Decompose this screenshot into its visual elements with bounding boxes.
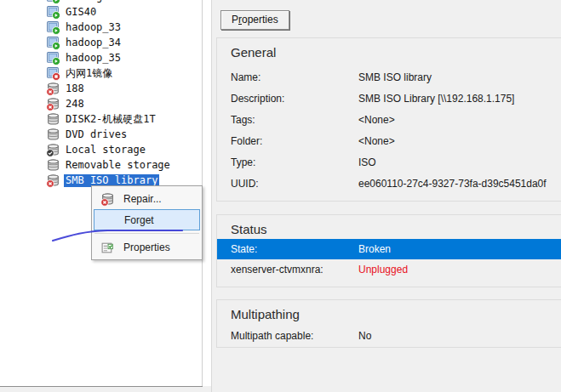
tree-item-Local storage[interactable]: Local storage [0, 142, 202, 157]
property-label: Type: [231, 156, 255, 168]
tree-item-hadoop_34[interactable]: hadoop_34 [0, 35, 202, 50]
menu-item-label: Repair... [123, 193, 162, 205]
section-multipathing: MultipathingMultipath capable:No [216, 299, 561, 348]
tree-item-label: —illegible— [64, 0, 135, 3]
tree-item-label: DISK2-机械硬盘1T [64, 113, 157, 126]
section-status: StatusState:Brokenxenserver-ctvmxnra:Unp… [216, 214, 561, 287]
tree-item-DISK2-机械硬盘1T[interactable]: DISK2-机械硬盘1T [0, 111, 202, 127]
tree-item-Removable storage[interactable]: Removable storage [0, 157, 202, 173]
storage-default-icon [46, 143, 60, 156]
property-label: UUID: [231, 178, 259, 190]
section-title: Status [217, 215, 561, 239]
property-row-name-: Name:SMB ISO library [217, 67, 561, 88]
property-row-tags-: Tags:<None> [217, 110, 561, 131]
tree-item-GIS40[interactable]: GIS40 [0, 4, 202, 20]
property-label: Folder: [231, 135, 262, 147]
vm-stopped-icon [46, 66, 60, 80]
tree-item-DVD drives[interactable]: DVD drives [0, 127, 202, 142]
property-label: Tags: [231, 114, 255, 126]
tree-item-label: Local storage [64, 144, 147, 156]
tree-item-内网1镜像[interactable]: 内网1镜像 [0, 65, 202, 81]
property-label: Description: [231, 93, 284, 105]
property-row-state-[interactable]: State:Broken [217, 239, 561, 259]
section-title: General [217, 38, 561, 67]
vm-running-icon [46, 0, 60, 3]
property-value: <None> [358, 131, 395, 152]
storage-icon [46, 128, 60, 141]
section-general: GeneralName:SMB ISO libraryDescription:S… [216, 37, 561, 202]
tree-item-label: Removable storage [64, 159, 172, 172]
tree-item-label: hadoop_33 [64, 21, 123, 34]
property-value: ee060110-27c4-9327-73fa-d39c5451da0f [358, 173, 547, 195]
storage-icon [46, 112, 60, 126]
tree-item-hadoop_35[interactable]: hadoop_35 [0, 50, 202, 65]
property-value: ISO [358, 152, 376, 173]
property-value: <None> [358, 110, 395, 131]
tree-panel-bottom-border [0, 386, 203, 387]
property-row-folder-: Folder:<None> [217, 131, 561, 152]
tree-item-label: 188 [64, 82, 86, 95]
sr-details-pane: Properties GeneralName:SMB ISO libraryDe… [211, 0, 561, 392]
menu-item-properties[interactable]: Properties [94, 236, 200, 258]
sr-context-menu: Repair...ForgetProperties [91, 185, 203, 260]
property-row-xenserver-ctvmxnra-[interactable]: xenserver-ctvmxnra:Unplugged [217, 259, 561, 281]
tree-item-hadoop_33[interactable]: hadoop_33 [0, 20, 202, 35]
tree-item-188[interactable]: 188 [0, 81, 202, 96]
storage-broken-icon [46, 173, 60, 187]
menu-item-forget[interactable]: Forget [94, 209, 200, 230]
tree-item-label: 248 [64, 98, 86, 111]
tree-rows: —illegible—GIS40hadoop_33hadoop_34hadoop… [0, 0, 202, 188]
xencenter-window: —illegible—GIS40hadoop_33hadoop_34hadoop… [0, 0, 561, 392]
properties-button[interactable]: Properties [220, 10, 289, 30]
tree-item-label: DVD drives [64, 128, 129, 141]
menu-item-label: Properties [123, 241, 170, 253]
tree-item-label: hadoop_34 [64, 37, 123, 49]
properties-button-label: Properties [232, 14, 278, 26]
property-row-type-: Type:ISO [217, 152, 561, 173]
vm-running-icon [46, 36, 60, 49]
property-label: xenserver-ctvmxnra: [231, 264, 323, 276]
section-title: Multipathing [217, 300, 561, 326]
tree-item-label: 内网1镜像 [64, 67, 114, 80]
property-label: State: [231, 243, 257, 255]
property-label: Name: [231, 71, 260, 83]
property-row-multipath-capable-: Multipath capable:No [217, 326, 561, 347]
storage-broken-icon [46, 97, 60, 111]
vm-running-icon [46, 20, 60, 34]
menu-separator [94, 233, 199, 234]
menu-icon-placeholder [101, 213, 116, 227]
properties-icon [100, 241, 115, 254]
tree-item-label: hadoop_35 [64, 52, 123, 65]
storage-broken-icon [46, 82, 60, 95]
property-value: Broken [358, 239, 391, 259]
storage-broken-icon [100, 192, 115, 206]
vm-running-icon [46, 51, 60, 65]
property-value: SMB ISO library [358, 67, 432, 88]
property-label: Multipath capable: [231, 330, 313, 342]
vm-running-icon [46, 5, 60, 19]
panel-splitter[interactable] [203, 0, 211, 386]
property-row-description-: Description:SMB ISO Library [\\192.168.1… [217, 88, 561, 110]
menu-item-label: Forget [124, 214, 154, 226]
property-value: Unplugged [358, 259, 408, 281]
tree-item-label: GIS40 [64, 6, 98, 19]
property-value: SMB ISO Library [\\192.168.1.175] [358, 88, 514, 110]
tree-item-248[interactable]: 248 [0, 96, 202, 111]
storage-icon [46, 158, 60, 172]
property-value: No [358, 326, 371, 347]
property-row-uuid-: UUID:ee060110-27c4-9327-73fa-d39c5451da0… [217, 173, 561, 195]
menu-item-repair-[interactable]: Repair... [94, 188, 200, 209]
